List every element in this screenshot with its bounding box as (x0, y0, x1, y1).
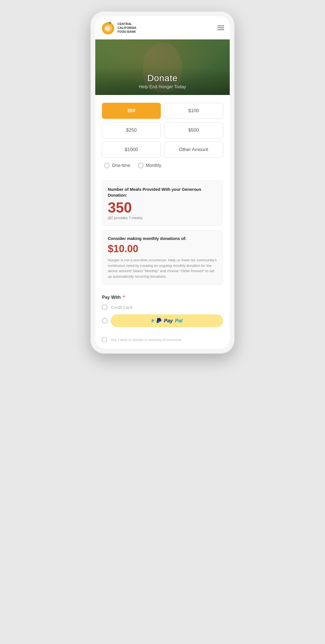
paypal-text: Pay (164, 318, 173, 324)
hero-section: Donate Help End Hunger Today (95, 39, 230, 95)
monthly-option[interactable]: Monthly (138, 163, 161, 168)
pay-section: Pay With * Credit Card ᴘ Pay Pal (95, 289, 230, 337)
donation-section: $50 $100 $250 $500 $1000 Other Amount On… (95, 95, 230, 176)
meals-number: 350 (108, 200, 217, 215)
header: C CENTRAL CALIFORNIA FOOD BANK (95, 16, 230, 39)
memorial-label: Yes, I wish to donate in memory of someo… (110, 338, 181, 342)
credit-card-radio[interactable] (102, 304, 108, 310)
logo-icon: C (101, 21, 115, 35)
onetime-radio[interactable] (104, 163, 110, 168)
paypal-button[interactable]: ᴘ Pay Pal (111, 314, 223, 327)
monthly-description: Hunger is not a one-time occurrence. Hel… (108, 257, 217, 279)
pay-title: Pay With * (102, 295, 223, 300)
amount-btn-1000[interactable]: $1000 (102, 142, 161, 158)
paypal-radio[interactable] (102, 318, 108, 324)
monthly-label: Monthly (146, 163, 161, 168)
paypal-option[interactable]: ᴘ Pay Pal (102, 314, 223, 327)
monthly-radio[interactable] (138, 163, 144, 168)
paypal-icon (156, 318, 162, 324)
hero-subtitle: Help End Hunger Today (101, 84, 224, 89)
meals-card-title: Number of Meals Provided With your Gener… (108, 186, 217, 198)
paypal-pal: Pal (175, 318, 182, 324)
onetime-label: One-time (112, 163, 130, 168)
logo-area: C CENTRAL CALIFORNIA FOOD BANK (101, 21, 136, 35)
amount-btn-other[interactable]: Other Amount (164, 142, 223, 158)
hero-title: Donate (101, 73, 224, 83)
monthly-card: Consider making monthly donations of: $1… (102, 230, 223, 285)
amount-grid: $50 $100 $250 $500 $1000 Other Amount (102, 103, 223, 158)
hamburger-icon[interactable] (218, 26, 224, 30)
meals-note: ($1 provides 7 meals) (108, 216, 217, 220)
frequency-row: One-time Monthly (104, 163, 223, 168)
credit-card-label: Credit Card (111, 305, 132, 310)
paypal-p-icon: ᴘ (151, 318, 154, 324)
meals-card: Number of Meals Provided With your Gener… (102, 181, 223, 226)
amount-btn-250[interactable]: $250 (102, 122, 161, 138)
memorial-row[interactable]: Yes, I wish to donate in memory of someo… (95, 337, 230, 349)
required-marker: * (123, 295, 125, 300)
monthly-card-title: Consider making monthly donations of: (108, 236, 217, 241)
onetime-option[interactable]: One-time (104, 163, 130, 168)
memorial-checkbox[interactable] (102, 337, 107, 342)
credit-card-option[interactable]: Credit Card (102, 304, 223, 310)
phone-inner: C CENTRAL CALIFORNIA FOOD BANK (95, 16, 230, 349)
amount-btn-500[interactable]: $500 (164, 122, 223, 138)
amount-btn-50[interactable]: $50 (102, 103, 161, 119)
hero-overlay: Donate Help End Hunger Today (95, 67, 230, 95)
logo-text: CENTRAL CALIFORNIA FOOD BANK (118, 22, 136, 34)
phone-frame: C CENTRAL CALIFORNIA FOOD BANK (90, 11, 235, 354)
monthly-amount: $10.00 (108, 243, 217, 255)
amount-btn-100[interactable]: $100 (164, 103, 223, 119)
